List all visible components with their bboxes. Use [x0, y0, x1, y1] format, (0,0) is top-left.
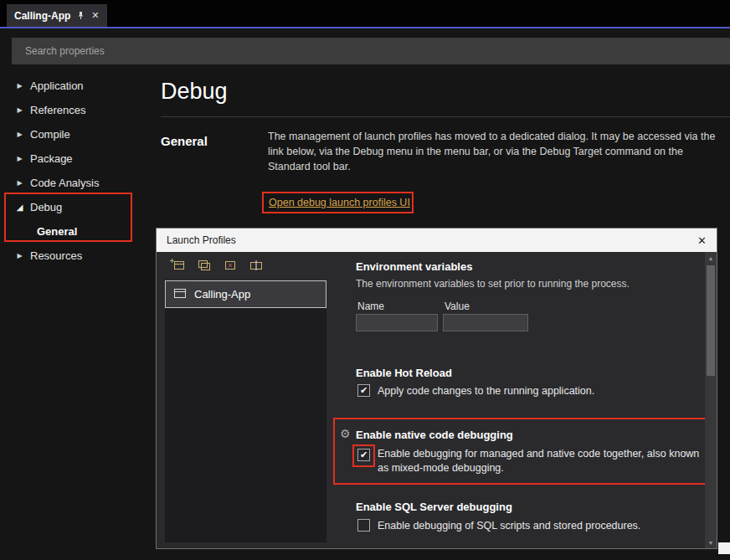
hot-reload-row: ✔ Apply code changes to the running appl… [357, 384, 594, 397]
document-tab-bar: Calling-App ✕ [0, 0, 730, 28]
env-variables-description: The environment variables to set prior t… [356, 278, 630, 290]
sidebar-item-label: General [37, 225, 77, 238]
check-icon: ✔ [360, 386, 368, 395]
sidebar-item-application[interactable]: ▶ Application [15, 74, 151, 98]
tab-title: Calling-App [14, 10, 70, 22]
sql-debugging-row: Enable debugging of SQL scripts and stor… [357, 519, 640, 532]
native-debugging-heading: Enable native code debugging [356, 429, 513, 441]
sidebar-item-label: Application [30, 80, 84, 92]
dialog-titlebar: Launch Profiles ✕ [157, 229, 717, 252]
chevron-right-icon: ▶ [15, 179, 24, 187]
sql-debugging-checkbox[interactable] [357, 519, 370, 532]
profile-item-calling-app[interactable]: Calling-App [165, 280, 326, 308]
properties-nav: ▶ Application ▶ References ▶ Compile ▶ P… [15, 74, 151, 268]
title-divider [161, 116, 730, 117]
sidebar-item-references[interactable]: ▶ References [15, 98, 151, 122]
launch-profiles-description: The management of launch profiles has mo… [268, 130, 728, 174]
scrollbar-thumb[interactable] [707, 265, 715, 376]
sidebar-item-label: Package [30, 152, 73, 165]
sidebar-item-debug-general[interactable]: General [15, 219, 151, 244]
app-window-icon [173, 288, 187, 301]
chevron-right-icon: ▶ [15, 131, 24, 138]
env-value-input[interactable] [443, 314, 528, 331]
chevron-expanded-icon: ◢ [15, 203, 24, 212]
sidebar-item-label: Code Analysis [30, 177, 99, 189]
profile-item-label: Calling-App [194, 288, 250, 301]
hot-reload-checkbox-label: Apply code changes to the running applic… [378, 385, 594, 397]
tab-calling-app[interactable]: Calling-App ✕ [7, 4, 107, 27]
sidebar-item-debug[interactable]: ◢ Debug [15, 195, 151, 219]
apply-code-changes-checkbox[interactable]: ✔ [357, 384, 370, 397]
vs-project-properties-window: Calling-App ✕ ▶ Application ▶ References… [0, 0, 730, 560]
dialog-scrollbar[interactable]: ▲ ▼ [705, 252, 717, 548]
scroll-up-icon[interactable]: ▲ [705, 252, 717, 264]
scroll-down-icon[interactable]: ▼ [705, 537, 717, 548]
duplicate-profile-icon[interactable] [194, 256, 214, 275]
profile-list: Calling-App [165, 280, 326, 542]
chevron-right-icon: ▶ [15, 155, 24, 162]
env-value-label: Value [445, 301, 470, 312]
search-properties-input[interactable] [25, 45, 717, 57]
sidebar-item-code-analysis[interactable]: ▶ Code Analysis [15, 171, 151, 195]
delete-profile-icon[interactable] [220, 256, 240, 275]
sql-debugging-checkbox-label: Enable debugging of SQL scripts and stor… [378, 520, 640, 532]
general-section-heading: General [161, 134, 208, 148]
sidebar-item-label: Resources [30, 249, 82, 262]
launch-profiles-dialog: Launch Profiles ✕ Calling-App [156, 228, 717, 549]
new-profile-icon[interactable] [168, 256, 188, 275]
page-title: Debug [161, 79, 228, 105]
chevron-right-icon: ▶ [15, 82, 24, 90]
sidebar-item-resources[interactable]: ▶ Resources [15, 244, 151, 268]
check-icon: ✔ [360, 450, 368, 460]
search-properties-bar[interactable] [12, 38, 730, 64]
sidebar-item-label: References [30, 104, 85, 116]
dialog-close-icon[interactable]: ✕ [697, 234, 707, 247]
native-debugging-checkbox[interactable]: ✔ [357, 449, 370, 461]
env-variables-heading: Environment variables [356, 260, 472, 273]
sidebar-item-package[interactable]: ▶ Package [15, 146, 151, 171]
native-debugging-checkbox-label: Enable debugging for managed and native … [378, 447, 707, 475]
chevron-right-icon: ▶ [15, 252, 24, 259]
env-name-input[interactable] [356, 314, 438, 331]
open-debug-launch-profiles-link[interactable]: Open debug launch profiles UI [269, 197, 410, 208]
sql-debugging-heading: Enable SQL Server debugging [356, 501, 512, 513]
pin-icon[interactable] [76, 8, 85, 23]
profiles-toolbar [168, 256, 266, 275]
env-name-label: Name [357, 301, 384, 312]
rename-profile-icon[interactable] [246, 256, 266, 275]
gear-icon: ⚙ [340, 427, 351, 440]
chevron-right-icon: ▶ [15, 106, 24, 114]
sidebar-item-compile[interactable]: ▶ Compile [15, 122, 151, 146]
dialog-title: Launch Profiles [167, 234, 236, 246]
sidebar-item-label: Compile [30, 128, 70, 141]
hot-reload-heading: Enable Hot Reload [356, 367, 452, 379]
close-tab-icon[interactable]: ✕ [91, 10, 99, 21]
scrollbar-corner [718, 542, 730, 554]
sidebar-item-label: Debug [30, 201, 62, 213]
